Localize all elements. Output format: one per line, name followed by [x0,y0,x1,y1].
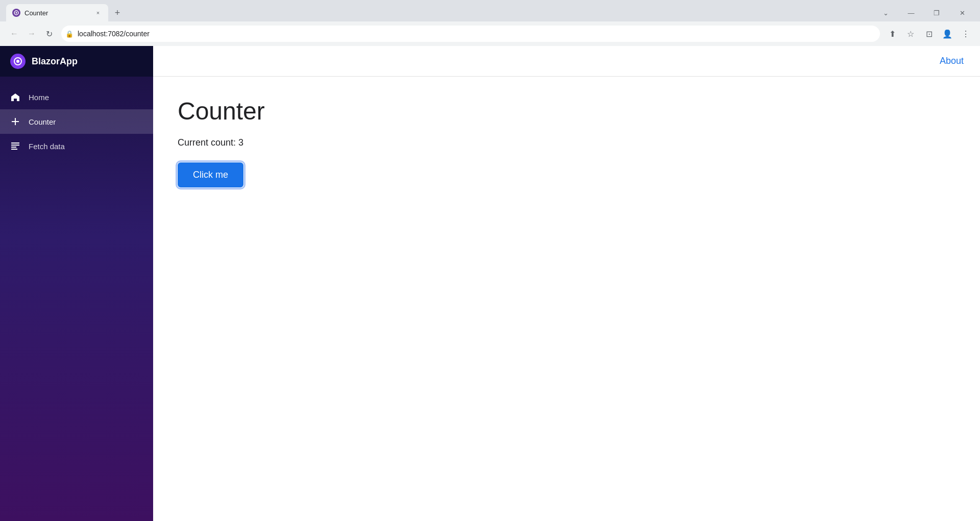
share-button[interactable]: ⬆ [884,26,900,42]
address-bar[interactable]: 🔒 localhost:7082/counter [61,26,880,42]
reload-button[interactable]: ↻ [41,26,57,42]
browser-chrome: Counter × + ⌄ — ❐ ✕ ← → ↻ 🔒 localhost:70… [0,0,980,46]
home-label: Home [29,93,49,102]
counter-label: Counter [29,117,56,126]
sidebar-logo: BlazorApp [10,54,78,69]
blazor-favicon-icon [12,9,20,17]
address-text: localhost:7082/counter [78,30,874,38]
browser-titlebar: Counter × + ⌄ — ❐ ✕ [0,0,980,21]
svg-rect-5 [12,121,19,122]
table-icon [10,141,20,151]
svg-point-1 [16,12,17,14]
logo-icon [10,54,26,69]
page-title: Counter [178,97,955,125]
sidebar-header: BlazorApp [0,46,153,77]
browser-tab[interactable]: Counter × [6,4,108,21]
bookmark-button[interactable]: ☆ [902,26,919,42]
fetch-data-label: Fetch data [29,142,65,151]
nav-buttons: ← → ↻ [6,26,57,42]
about-link[interactable]: About [940,56,964,66]
current-count: Current count: 3 [178,137,955,148]
toolbar-actions: ⬆ ☆ ⊡ 👤 ⋮ [884,26,974,42]
svg-rect-6 [11,143,19,144]
svg-rect-9 [11,149,17,150]
profile-button[interactable]: 👤 [939,26,955,42]
forward-button[interactable]: → [23,26,40,42]
close-button[interactable]: ✕ [950,4,974,21]
top-bar: About [153,46,980,77]
main-content: About Counter Current count: 3 Click me [153,46,980,521]
browser-address-bar: ← → ↻ 🔒 localhost:7082/counter ⬆ ☆ ⊡ 👤 ⋮ [0,21,980,46]
back-button[interactable]: ← [6,26,22,42]
menu-button[interactable]: ⋮ [958,26,974,42]
sidebar: BlazorApp Home [0,46,153,521]
new-tab-button[interactable]: + [110,6,125,20]
svg-rect-8 [11,147,16,148]
home-icon [10,92,20,102]
dropdown-button[interactable]: ⌄ [874,4,897,21]
split-button[interactable]: ⊡ [921,26,937,42]
app-name: BlazorApp [32,56,78,67]
lock-icon: 🔒 [65,30,74,38]
plus-icon [10,116,20,127]
window-controls: ⌄ — ❐ ✕ [874,4,974,21]
svg-point-3 [16,60,19,63]
svg-rect-7 [11,145,19,146]
sidebar-item-home[interactable]: Home [0,85,153,109]
app-container: BlazorApp Home [0,46,980,521]
maximize-button[interactable]: ❐ [925,4,948,21]
sidebar-item-counter[interactable]: Counter [0,109,153,134]
page-content: Counter Current count: 3 Click me [153,77,980,521]
click-me-button[interactable]: Click me [178,162,243,187]
tab-close-button[interactable]: × [94,9,102,17]
minimize-button[interactable]: — [899,4,923,21]
sidebar-item-fetch-data[interactable]: Fetch data [0,134,153,158]
sidebar-nav: Home Counter [0,77,153,167]
tab-title: Counter [24,9,90,17]
